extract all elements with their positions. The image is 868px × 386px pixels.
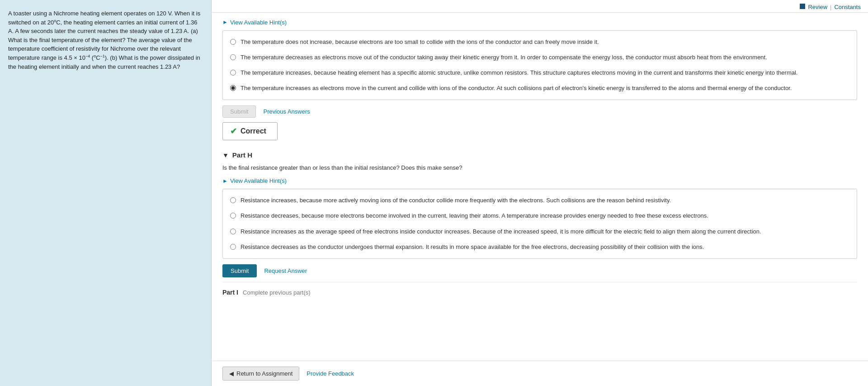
part-h-question: Is the final resistance greater than or … xyxy=(222,163,857,172)
provide-feedback-link[interactable]: Provide Feedback xyxy=(307,370,354,377)
collapse-icon[interactable]: ▼ xyxy=(222,152,229,159)
list-item: The temperature increases as electrons m… xyxy=(223,81,857,96)
hint-h-arrow-icon: ► xyxy=(222,178,228,184)
return-label: Return to Assignment xyxy=(236,370,292,377)
part-h-action-row: Submit Request Answer xyxy=(222,264,857,277)
part-g-action-row: Submit Previous Answers xyxy=(222,105,857,118)
list-item: Resistance decreases, because more elect… xyxy=(223,208,857,224)
problem-text: A toaster using a Nichrome heating eleme… xyxy=(8,9,203,71)
choice-h1-radio[interactable] xyxy=(230,197,236,203)
review-link[interactable]: Review xyxy=(808,4,827,10)
constants-link[interactable]: Constants xyxy=(834,4,861,10)
part-g-hint-label: View Available Hint(s) xyxy=(230,19,287,26)
part-i-label: Part I xyxy=(222,289,238,296)
part-g-hint-link[interactable]: ► View Available Hint(s) xyxy=(222,19,287,26)
choice-h3-radio[interactable] xyxy=(230,229,236,234)
choice-h3-text: Resistance increases as the average spee… xyxy=(241,228,761,236)
part-h-hint-label: View Available Hint(s) xyxy=(230,177,287,184)
part-i-row: Part I Complete previous part(s) xyxy=(222,282,857,299)
return-arrow-icon: ◀ xyxy=(229,370,234,377)
choice-g4-radio[interactable] xyxy=(230,85,236,91)
choice-g4-text: The temperature increases as electrons m… xyxy=(241,84,792,92)
top-bar: Review | Constants xyxy=(212,0,868,13)
check-icon: ✔ xyxy=(230,126,237,136)
part-h-submit-button[interactable]: Submit xyxy=(222,264,257,277)
choice-h1-text: Resistance increases, because more activ… xyxy=(241,196,671,205)
list-item: Resistance increases, because more activ… xyxy=(223,193,857,208)
request-answer-link[interactable]: Request Answer xyxy=(264,267,307,274)
choice-h4-text: Resistance decreases as the conductor un… xyxy=(241,243,704,251)
previous-answers-link[interactable]: Previous Answers xyxy=(263,108,310,115)
part-h-choices-box: Resistance increases, because more activ… xyxy=(222,189,857,259)
part-h-hint-link[interactable]: ► View Available Hint(s) xyxy=(222,177,287,184)
return-to-assignment-button[interactable]: ◀ Return to Assignment xyxy=(222,367,299,381)
problem-statement: A toaster using a Nichrome heating eleme… xyxy=(0,0,212,386)
list-item: The temperature increases, because heati… xyxy=(223,65,857,81)
bottom-bar: ◀ Return to Assignment Provide Feedback xyxy=(212,361,868,386)
correct-label: Correct xyxy=(241,127,266,135)
list-item: The temperature decreases as electrons m… xyxy=(223,50,857,65)
choice-h2-radio[interactable] xyxy=(230,213,236,219)
part-g-submit-button[interactable]: Submit xyxy=(222,105,256,118)
choice-g3-radio[interactable] xyxy=(230,70,236,76)
separator: | xyxy=(830,4,831,10)
part-h-label: Part H xyxy=(232,151,252,159)
right-panel: Review | Constants ► View Available Hint… xyxy=(212,0,868,386)
part-h-heading: ▼ Part H xyxy=(222,151,857,159)
choice-g1-text: The temperature does not increase, becau… xyxy=(241,38,599,46)
choice-g2-radio[interactable] xyxy=(230,54,236,60)
choice-h4-radio[interactable] xyxy=(230,244,236,250)
part-g-choices-box: The temperature does not increase, becau… xyxy=(222,30,857,100)
review-icon xyxy=(800,4,805,9)
choice-g3-text: The temperature increases, because heati… xyxy=(241,69,797,77)
choice-g1-radio[interactable] xyxy=(230,39,236,45)
choice-h2-text: Resistance decreases, because more elect… xyxy=(241,212,708,220)
part-i-note: Complete previous part(s) xyxy=(243,289,311,296)
main-content: ► View Available Hint(s) The temperature… xyxy=(212,13,868,361)
list-item: Resistance increases as the average spee… xyxy=(223,224,857,239)
correct-badge: ✔ Correct xyxy=(222,122,278,140)
choice-g2-text: The temperature decreases as electrons m… xyxy=(241,53,767,62)
hint-arrow-icon: ► xyxy=(222,19,228,25)
list-item: Resistance decreases as the conductor un… xyxy=(223,239,857,255)
list-item: The temperature does not increase, becau… xyxy=(223,34,857,50)
